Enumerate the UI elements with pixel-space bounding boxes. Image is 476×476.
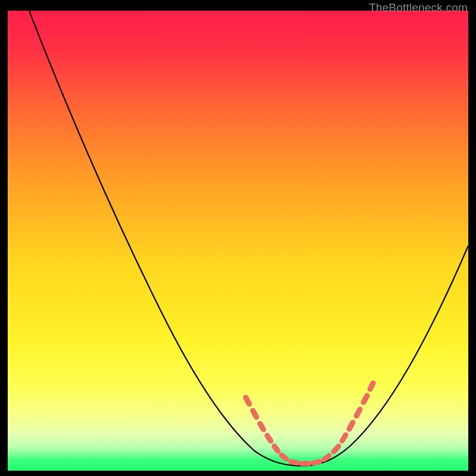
svg-line-9 <box>324 456 329 459</box>
svg-line-11 <box>342 435 346 441</box>
chart-frame <box>8 11 468 471</box>
svg-line-12 <box>349 422 353 429</box>
svg-line-3 <box>267 436 271 441</box>
svg-line-10 <box>334 446 339 452</box>
svg-line-5 <box>281 455 286 459</box>
svg-line-6 <box>291 462 297 463</box>
bottleneck-chart <box>8 11 468 471</box>
gradient-background <box>8 11 468 471</box>
svg-line-15 <box>370 383 373 389</box>
svg-line-1 <box>253 411 256 417</box>
svg-line-2 <box>260 424 264 430</box>
svg-line-14 <box>364 396 367 402</box>
svg-line-4 <box>274 446 278 451</box>
svg-line-0 <box>246 397 249 404</box>
attribution-text: TheBottleneck.com <box>369 1 468 14</box>
svg-line-8 <box>314 462 320 463</box>
svg-line-13 <box>356 409 360 416</box>
